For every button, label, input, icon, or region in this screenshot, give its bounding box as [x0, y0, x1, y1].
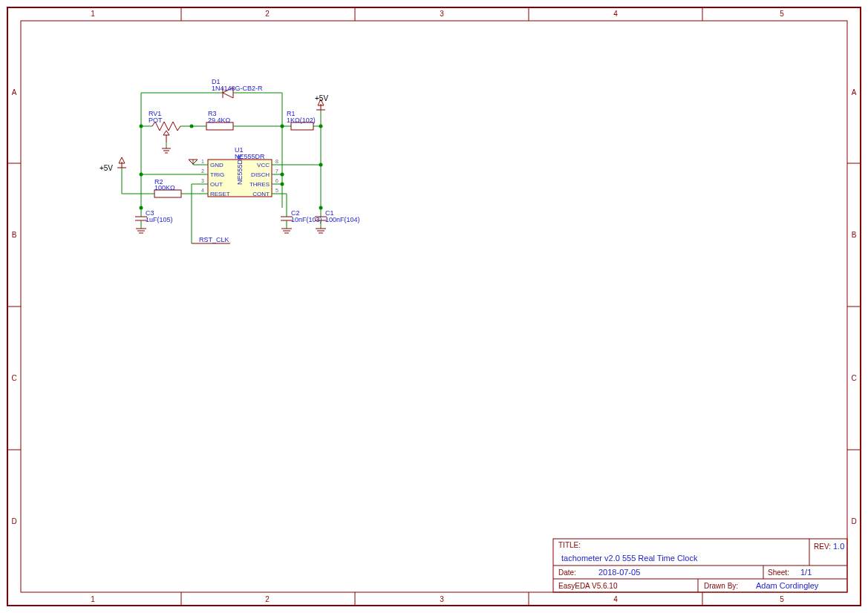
col-3-top: 3	[440, 10, 444, 18]
col-4-top: 4	[613, 10, 618, 18]
col-5-top: 5	[780, 10, 784, 18]
row-C-right: C	[851, 374, 856, 382]
svg-text:1KΩ(102): 1KΩ(102)	[287, 117, 316, 124]
svg-text:100KΩ: 100KΩ	[154, 184, 175, 191]
col-1-bot: 1	[91, 595, 95, 603]
svg-marker-37	[163, 131, 169, 135]
svg-point-142	[140, 206, 143, 210]
svg-text:OUT: OUT	[210, 181, 223, 188]
row-A-left: A	[12, 88, 17, 96]
ic-U1: U1 NE555DR NE555DR 1 GND 2 TRIG 3 OUT 4 …	[199, 146, 281, 197]
col-5-bot: 5	[780, 595, 784, 603]
row-C-left: C	[11, 374, 16, 382]
svg-text:6: 6	[275, 178, 278, 183]
row-B-left: B	[12, 231, 17, 239]
svg-line-96	[189, 160, 193, 164]
svg-text:GND: GND	[210, 162, 223, 168]
svg-text:4: 4	[201, 188, 204, 193]
netlabel-rst-clk: RST_CLK	[192, 236, 230, 243]
svg-text:+5V: +5V	[99, 164, 113, 172]
rev-value: 1.0	[833, 542, 844, 551]
resistor-R2: R2 100KΩ	[154, 178, 181, 197]
cap-C3: C3 1uF(105)	[135, 208, 173, 233]
date-value: 2018-07-05	[598, 568, 640, 577]
svg-text:POT: POT	[149, 117, 163, 124]
svg-text:29.4KΩ: 29.4KΩ	[208, 117, 231, 124]
svg-rect-0	[7, 7, 861, 606]
power-5v-left: +5V	[99, 157, 126, 172]
rev-label: REV:	[814, 542, 831, 551]
col-1-top: 1	[91, 10, 95, 18]
svg-text:5: 5	[275, 188, 278, 193]
col-3-bot: 3	[440, 595, 444, 603]
sheet-value: 1/1	[800, 568, 812, 577]
svg-text:+5V: +5V	[315, 94, 328, 102]
sheet-label: Sheet:	[768, 568, 789, 577]
svg-text:8: 8	[275, 159, 278, 164]
svg-text:RST_CLK: RST_CLK	[199, 236, 229, 243]
svg-point-58	[281, 125, 284, 128]
svg-text:2: 2	[201, 168, 204, 174]
frame-rows: A B C D A B C D	[7, 88, 861, 525]
power-5v-right: +5V	[315, 94, 328, 126]
svg-rect-1	[21, 21, 847, 592]
diode-D1: D1 1N4148G-CB2-R	[141, 78, 282, 98]
row-D-right: D	[851, 517, 856, 525]
title-value: tachometer v2.0 555 Real Time Clock	[561, 554, 698, 563]
svg-point-55	[319, 125, 323, 128]
frame-columns: 1 2 3 4 5 1 2 3 4 5	[91, 7, 784, 606]
svg-text:THRES: THRES	[249, 181, 270, 188]
col-4-bot: 4	[613, 595, 618, 603]
pot-RV1: RV1 POT	[141, 110, 192, 153]
svg-text:100nF(104): 100nF(104)	[325, 216, 360, 223]
svg-text:VCC: VCC	[257, 162, 270, 168]
svg-text:1N4148G-CB2-R: 1N4148G-CB2-R	[212, 85, 263, 92]
row-A-right: A	[852, 88, 857, 96]
svg-point-143	[319, 206, 323, 210]
date-label: Date:	[558, 568, 576, 577]
svg-text:1uF(105): 1uF(105)	[146, 216, 173, 223]
svg-text:TRIG: TRIG	[210, 171, 224, 178]
svg-text:NE555DR: NE555DR	[236, 154, 244, 185]
drawn-value: Adam Cordingley	[756, 581, 819, 590]
resistor-R3: R3 29.4KΩ	[192, 110, 282, 130]
svg-text:3: 3	[201, 178, 204, 183]
row-B-right: B	[852, 231, 857, 239]
drawn-label: Drawn By:	[704, 582, 738, 590]
tool-value: EasyEDA V5.6.10	[558, 582, 618, 590]
col-2-bot: 2	[265, 595, 270, 603]
svg-text:7: 7	[275, 168, 278, 174]
schematic-sheet: 1 2 3 4 5 1 2 3 4 5 A B C D A B C D +5V	[0, 0, 868, 613]
resistor-R1: R1 1KΩ(102)	[282, 110, 321, 130]
svg-point-62	[140, 125, 143, 128]
svg-text:CONT: CONT	[252, 191, 270, 197]
svg-line-97	[193, 160, 198, 164]
svg-text:1: 1	[201, 159, 204, 164]
row-D-left: D	[11, 517, 16, 525]
title-label: TITLE:	[558, 541, 581, 549]
col-2-top: 2	[265, 10, 270, 18]
cap-C1: C1 100nF(104)	[315, 208, 360, 233]
title-block: TITLE: tachometer v2.0 555 Real Time Clo…	[553, 539, 847, 592]
svg-text:DISCH: DISCH	[251, 171, 270, 178]
svg-text:RESET: RESET	[210, 191, 230, 197]
svg-point-64	[190, 125, 194, 128]
